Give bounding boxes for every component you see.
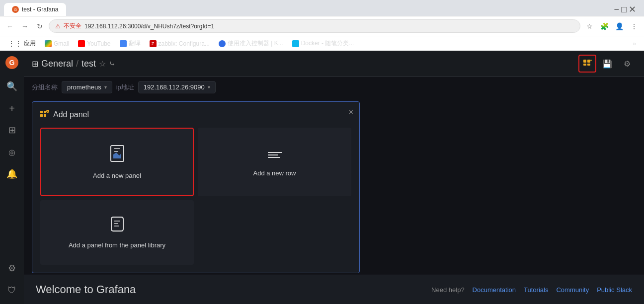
add-new-row-label: Add a new row — [253, 169, 296, 177]
breadcrumb-dashboard: test — [81, 59, 96, 69]
bookmark-star-btn[interactable]: ☆ — [583, 20, 595, 32]
add-new-row-option[interactable]: Add a new row — [198, 128, 351, 196]
profile-btn[interactable]: 👤 — [613, 20, 625, 32]
extensions-btn[interactable]: 🧩 — [598, 20, 610, 32]
add-panel-library-option[interactable]: Add a panel from the panel library — [40, 200, 194, 265]
panel-area: + Add panel × — [24, 97, 644, 275]
top-header: ⊞ General / test ☆ ⤷ + — [24, 51, 644, 77]
dashboard-grid-icon: ⊞ — [32, 59, 38, 69]
datasource-value: prometheus — [67, 83, 101, 91]
docker-label: Docker - 随笔分类... — [301, 39, 354, 48]
save-dashboard-button[interactable]: 💾 — [598, 55, 616, 73]
new-row-icon — [267, 148, 283, 163]
sidebar-item-add[interactable]: + — [2, 98, 22, 118]
apps-label: 应用 — [24, 39, 36, 48]
add-panel-close-button[interactable]: × — [349, 108, 353, 117]
add-panel-library-label: Add a panel from the panel library — [69, 241, 165, 249]
documentation-link[interactable]: Documentation — [473, 286, 516, 294]
refresh-btn[interactable]: ↻ — [34, 20, 46, 32]
ip-dropdown[interactable]: 192.168.112.26:9090 ▾ — [138, 81, 216, 93]
bookmark-gmail[interactable]: Gmail — [41, 39, 73, 48]
sidebar-item-alerting[interactable]: 🔔 — [2, 164, 22, 184]
forward-btn[interactable]: → — [19, 20, 31, 32]
ip-label: ip地址 — [116, 83, 134, 92]
bookmark-apps[interactable]: ⋮⋮ 应用 — [4, 38, 40, 49]
datasource-chevron-icon: ▾ — [104, 84, 107, 90]
svg-text:+: + — [47, 110, 49, 113]
gmail-favicon — [45, 40, 52, 47]
tab-favicon: G — [12, 6, 19, 13]
filter-bar: 分组名称 prometheus ▾ ip地址 192.168.112.26:90… — [24, 77, 644, 97]
explore-icon: ◎ — [8, 148, 15, 157]
bookmark-k8s[interactable]: 使用准入控制器 | K... — [215, 38, 287, 49]
svg-rect-4 — [583, 64, 586, 66]
tutorials-link[interactable]: Tutorials — [524, 286, 548, 294]
address-text: 192.168.112.26:3000/d/v_NHUsh7z/test?org… — [84, 23, 214, 30]
lock-icon: ⚠ — [55, 23, 61, 30]
svg-rect-7 — [40, 111, 43, 113]
dashboards-icon: ⊞ — [8, 125, 16, 136]
settings-icon: ⚙ — [624, 59, 631, 69]
svg-text:+: + — [590, 58, 592, 63]
dashboard-settings-button[interactable]: ⚙ — [618, 55, 636, 73]
sidebar-item-search[interactable]: 🔍 — [2, 76, 22, 96]
help-label: Need help? — [431, 286, 465, 294]
svg-text:G: G — [9, 59, 15, 67]
sidebar-item-explore[interactable]: ◎ — [2, 142, 22, 162]
back-btn[interactable]: ← — [4, 20, 16, 32]
welcome-title: Welcome to Grafana — [36, 283, 136, 296]
more-label: » — [633, 40, 636, 47]
community-link[interactable]: Community — [556, 286, 589, 294]
add-panel-header: + Add panel — [40, 110, 351, 120]
zabbix-favicon: Z — [150, 40, 157, 47]
bookmark-youtube[interactable]: YouTube — [74, 39, 114, 48]
sidebar-item-dashboards[interactable]: ⊞ — [2, 120, 22, 140]
close-btn[interactable]: ✕ — [629, 4, 636, 15]
breadcrumb-separator: / — [76, 59, 79, 69]
panel-library-icon — [109, 216, 125, 235]
add-new-panel-label: Add a new panel — [93, 172, 141, 179]
bookmark-translate[interactable]: 翻译 — [116, 38, 145, 49]
k8s-favicon — [219, 40, 226, 47]
search-icon: 🔍 — [6, 81, 17, 92]
bookmark-zabbix[interactable]: Z zabbix: Configura... — [146, 39, 214, 48]
youtube-label: YouTube — [87, 40, 110, 47]
youtube-favicon — [78, 40, 85, 47]
bookmarks-bar: ⋮⋮ 应用 Gmail YouTube 翻译 Z zabbix: Configu… — [0, 36, 644, 51]
minimize-btn[interactable]: − — [614, 4, 620, 15]
docker-favicon — [292, 40, 299, 47]
bell-icon: 🔔 — [6, 168, 17, 179]
add-panel-title: Add panel — [53, 110, 89, 119]
new-panel-icon — [109, 145, 125, 166]
favorite-star-icon[interactable]: ☆ — [99, 59, 106, 69]
browser-chrome: G test - Grafana − □ ✕ ← → ↻ ⚠ 不安全 192.1… — [0, 0, 644, 51]
svg-rect-10 — [44, 114, 46, 117]
svg-rect-8 — [44, 111, 46, 113]
ip-value: 192.168.112.26:9090 — [144, 83, 205, 91]
share-icon[interactable]: ⤷ — [109, 59, 115, 69]
zabbix-label: zabbix: Configura... — [159, 40, 210, 47]
add-panel-button[interactable]: + — [578, 55, 596, 73]
grafana-logo[interactable]: G — [4, 55, 20, 71]
breadcrumb-folder: General — [41, 59, 73, 69]
sidebar-item-configuration[interactable]: ⚙ — [2, 258, 22, 278]
bookmark-more[interactable]: » — [629, 39, 640, 48]
welcome-help: Need help? Documentation Tutorials Commu… — [431, 286, 632, 294]
add-panel-icon: + — [583, 58, 592, 69]
welcome-banner: Welcome to Grafana Need help? Documentat… — [24, 275, 644, 304]
add-new-panel-option[interactable]: Add a new panel — [40, 128, 194, 196]
grafana-logo-svg: G — [5, 56, 19, 70]
bookmark-docker[interactable]: Docker - 随笔分类... — [288, 38, 358, 49]
public-slack-link[interactable]: Public Slack — [597, 286, 632, 294]
datasource-dropdown[interactable]: prometheus ▾ — [62, 81, 112, 93]
active-tab[interactable]: G test - Grafana — [4, 3, 66, 16]
menu-btn[interactable]: ⋮ — [628, 20, 640, 32]
header-actions: + 💾 ⚙ — [578, 55, 636, 73]
maximize-btn[interactable]: □ — [621, 4, 627, 15]
sidebar-item-shield[interactable]: 🛡 — [2, 280, 22, 300]
address-bar[interactable]: ⚠ 不安全 192.168.112.26:3000/d/v_NHUsh7z/te… — [49, 19, 580, 33]
apps-icon: ⋮⋮ — [8, 40, 22, 48]
k8s-label: 使用准入控制器 | K... — [228, 39, 283, 48]
save-icon: 💾 — [602, 59, 612, 69]
main-content: ⊞ General / test ☆ ⤷ + — [24, 51, 644, 304]
